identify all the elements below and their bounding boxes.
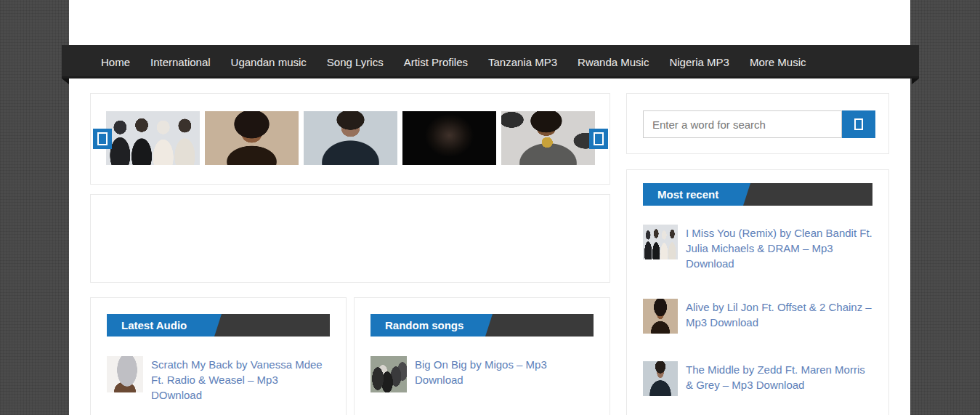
ad-placeholder-box bbox=[90, 194, 610, 283]
carousel-slides bbox=[106, 111, 595, 165]
carousel-slide-lil-wayne[interactable] bbox=[402, 111, 496, 165]
most-recent-list: I Miss You (Remix) by Clean Bandit Ft. J… bbox=[627, 225, 888, 415]
random-songs-section: Random songs Big On Big by Migos – Mp3 D… bbox=[354, 297, 610, 415]
song-link[interactable]: Scratch My Back by Vanessa Mdee Ft. Radi… bbox=[151, 356, 330, 403]
list-item[interactable]: Alive by Lil Jon Ft. Offset & 2 Chainz –… bbox=[643, 299, 872, 334]
nav-ribbon-fold-left bbox=[62, 78, 69, 84]
carousel-next-button[interactable] bbox=[589, 129, 608, 149]
list-item[interactable]: Scratch My Back by Vanessa Mdee Ft. Radi… bbox=[107, 356, 330, 403]
carousel-slide-offset[interactable] bbox=[205, 111, 299, 165]
carousel-slide-clean-bandit[interactable] bbox=[106, 111, 200, 165]
latest-audio-list: Scratch My Back by Vanessa Mdee Ft. Radi… bbox=[91, 356, 346, 403]
latest-audio-title-ribbon: Latest Audio bbox=[107, 314, 222, 337]
offset-thumb[interactable] bbox=[643, 299, 678, 334]
latest-audio-header-bar: Latest Audio bbox=[107, 314, 330, 337]
prev-arrow-icon bbox=[97, 132, 108, 145]
search-form bbox=[643, 110, 875, 138]
most-recent-section: Most recent I Miss You (Remix) by Clean … bbox=[626, 169, 889, 415]
latest-audio-title: Latest Audio bbox=[107, 314, 222, 337]
most-recent-header-bar: Most recent bbox=[643, 183, 872, 206]
nav-ribbon-fold-right bbox=[912, 78, 919, 84]
content-layer: Latest Audio Scratch My Back by Vanessa … bbox=[69, 0, 910, 415]
zedd-thumb[interactable] bbox=[643, 361, 678, 396]
song-link[interactable]: Alive by Lil Jon Ft. Offset & 2 Chainz –… bbox=[686, 299, 872, 334]
random-songs-header-bar: Random songs bbox=[370, 314, 594, 337]
list-item[interactable]: The Middle by Zedd Ft. Maren Morris & Gr… bbox=[643, 361, 872, 396]
vanessa-mdee-thumb[interactable] bbox=[107, 356, 143, 392]
song-link[interactable]: Big On Big by Migos – Mp3 Download bbox=[415, 356, 594, 392]
carousel-slide-zedd[interactable] bbox=[304, 111, 397, 165]
latest-audio-section: Latest Audio Scratch My Back by Vanessa … bbox=[90, 297, 347, 415]
search-input[interactable] bbox=[643, 110, 842, 138]
list-item[interactable]: I Miss You (Remix) by Clean Bandit Ft. J… bbox=[643, 225, 872, 271]
carousel-slide-quavo[interactable] bbox=[501, 111, 595, 165]
migos-crowd-thumb[interactable] bbox=[370, 356, 407, 392]
search-widget bbox=[626, 93, 889, 154]
carousel-prev-button[interactable] bbox=[93, 129, 112, 149]
most-recent-title: Most recent bbox=[643, 183, 750, 206]
song-link[interactable]: The Middle by Zedd Ft. Maren Morris & Gr… bbox=[686, 361, 872, 396]
random-songs-list: Big On Big by Migos – Mp3 Download bbox=[355, 356, 610, 392]
list-item[interactable]: Big On Big by Migos – Mp3 Download bbox=[370, 356, 594, 392]
next-arrow-icon bbox=[594, 132, 604, 145]
search-button[interactable] bbox=[842, 110, 875, 138]
most-recent-title-ribbon: Most recent bbox=[643, 183, 750, 206]
featured-carousel bbox=[90, 93, 610, 185]
search-icon bbox=[854, 118, 863, 130]
clean-bandit-thumb[interactable] bbox=[643, 225, 678, 259]
song-link[interactable]: I Miss You (Remix) by Clean Bandit Ft. J… bbox=[686, 225, 872, 271]
random-songs-title-ribbon: Random songs bbox=[370, 314, 493, 337]
random-songs-title: Random songs bbox=[370, 314, 493, 337]
